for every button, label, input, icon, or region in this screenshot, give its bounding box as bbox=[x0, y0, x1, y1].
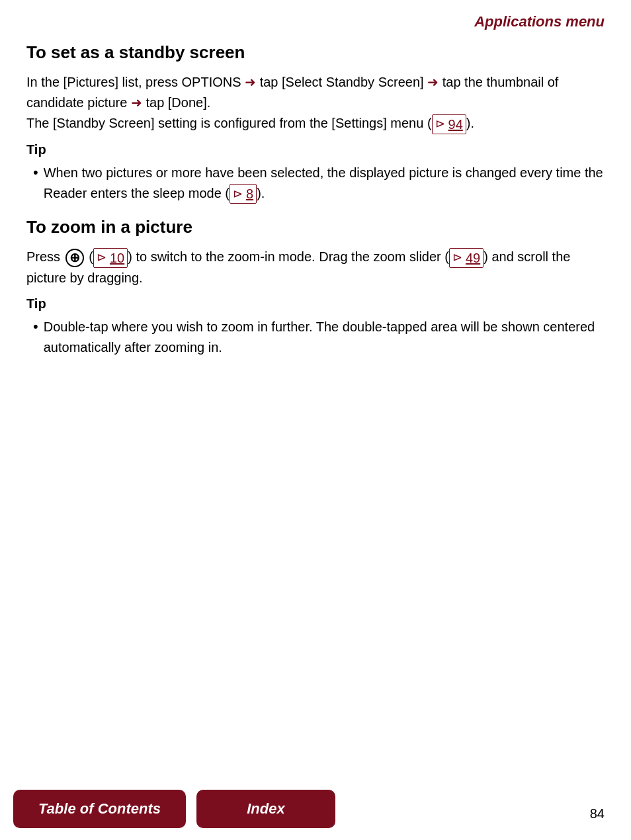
ref3-link[interactable]: 49 bbox=[466, 249, 480, 267]
section1-body2: tap [Select Standby Screen] bbox=[260, 75, 424, 89]
section2-tip2: • Double-tap where you wish to zoom in f… bbox=[26, 317, 605, 358]
arrow3: ➜ bbox=[131, 95, 146, 110]
bullet1: • bbox=[33, 163, 38, 183]
tip1-ref-box[interactable]: ⊳ 8 bbox=[230, 184, 257, 204]
section1-body4: tap [Done]. bbox=[146, 95, 210, 110]
section1-tip-label: Tip bbox=[26, 142, 605, 157]
index-button[interactable]: Index bbox=[196, 790, 335, 828]
section2-body-pre: Press bbox=[26, 249, 60, 264]
page-number: 84 bbox=[590, 806, 605, 821]
section1-body5-end: ). bbox=[466, 116, 474, 130]
arrow2: ➜ bbox=[427, 75, 442, 89]
app-menu-title: Applications menu bbox=[474, 13, 605, 30]
section2: To zoom in a picture Press ⊕ (⊳ 10) to s… bbox=[26, 217, 605, 358]
section2-title: To zoom in a picture bbox=[26, 217, 605, 237]
section1-tip1: • When two pictures or more have been se… bbox=[26, 163, 605, 204]
section1-body: In the [Pictures] list, press OPTIONS ➜ … bbox=[26, 72, 605, 134]
bottom-nav: Table of Contents Index bbox=[0, 778, 631, 840]
section1-title: To set as a standby screen bbox=[26, 42, 605, 63]
section1-body5: The [Standby Screen] setting is configur… bbox=[26, 116, 432, 130]
section2-body: Press ⊕ (⊳ 10) to switch to the zoom-in … bbox=[26, 247, 605, 288]
arrow1: ➜ bbox=[245, 75, 260, 89]
ref1-link[interactable]: 94 bbox=[448, 116, 463, 133]
ref2-link[interactable]: 10 bbox=[110, 249, 124, 267]
tip1-text: When two pictures or more have been sele… bbox=[44, 163, 605, 204]
page-container: Applications menu To set as a standby sc… bbox=[0, 0, 631, 840]
tip1-ref-link[interactable]: 8 bbox=[246, 185, 253, 202]
table-of-contents-button[interactable]: Table of Contents bbox=[13, 790, 186, 828]
bullet2: • bbox=[33, 317, 38, 337]
ref2-box[interactable]: ⊳ 10 bbox=[93, 248, 128, 268]
zoom-icon: ⊕ bbox=[65, 249, 84, 267]
section2-body-mid: to switch to the zoom-in mode. Drag the … bbox=[136, 249, 449, 264]
header-section: Applications menu bbox=[26, 13, 605, 30]
ref3-box[interactable]: ⊳ 49 bbox=[449, 248, 484, 268]
section1: To set as a standby screen In the [Pictu… bbox=[26, 42, 605, 204]
section2-tip-label: Tip bbox=[26, 296, 605, 312]
section1-body1: In the [Pictures] list, press OPTIONS bbox=[26, 75, 241, 89]
tip2-text: Double-tap where you wish to zoom in fur… bbox=[44, 317, 605, 358]
ref1-box[interactable]: ⊳ 94 bbox=[432, 114, 466, 134]
